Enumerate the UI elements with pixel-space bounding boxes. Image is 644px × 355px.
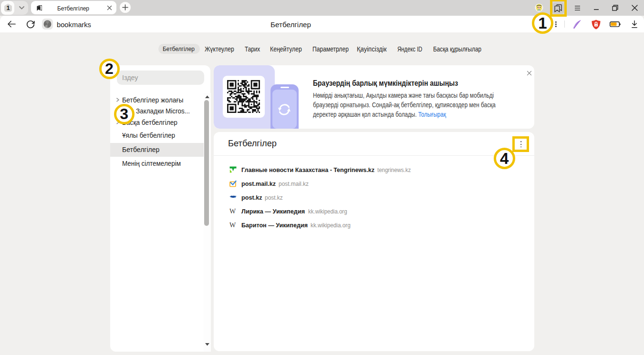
svg-text:W: W: [229, 208, 236, 215]
svg-text:W: W: [229, 222, 236, 229]
svg-text:1: 1: [6, 4, 10, 11]
